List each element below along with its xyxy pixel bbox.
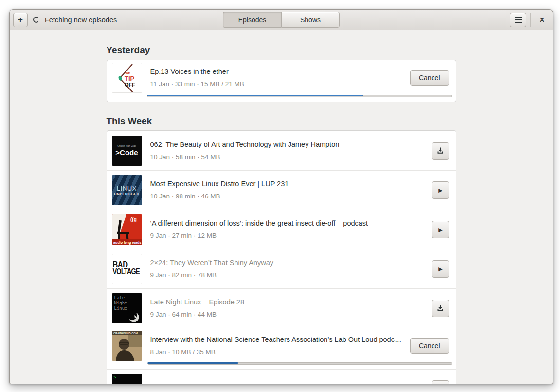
episode-info: ‘A different dimension of loss’: inside … (150, 218, 432, 241)
episode-title: Most Expensive Linux Distro Ever | LUP 2… (150, 179, 432, 189)
play-button[interactable]: ▶ (432, 181, 449, 199)
bottom-resize-edge (10, 384, 553, 384)
podcast-art-late-night-linux: LateNightLinux (112, 293, 142, 323)
episode-meta: 10 Jan · 98 min · 46 MB (150, 192, 432, 201)
header-status-text: Fetching new episodes (45, 16, 117, 24)
episodes-view: Yesterday THE TIP OFF Ep.13 Voices in th… (10, 30, 553, 384)
podcast-art-craphound: CRAPHOUND.COM (112, 331, 142, 361)
close-button[interactable]: ✕ (535, 13, 549, 27)
download-button[interactable] (432, 300, 449, 317)
podcast-art-the-tip-off: THE TIP OFF (112, 63, 142, 93)
episode-row[interactable]: > JB! kip Bot or Not (107, 369, 456, 384)
headerbar-right: ✕ (510, 13, 549, 27)
view-switcher: Episodes Shows (223, 12, 340, 28)
podcasts-window: + Fetching new episodes Episodes Shows ✕ (9, 9, 553, 384)
play-icon: ▶ (438, 227, 442, 233)
download-progressbar (147, 95, 452, 97)
episode-title: Ep.13 Voices in the ether (150, 67, 410, 76)
episode-info: Interview with the National Science Teac… (150, 335, 410, 357)
podcast-art-greater-than-code: Greater Than Code>Code (112, 136, 142, 166)
episode-info: 062: The Beauty of Art and Technology wi… (150, 140, 432, 162)
episode-row[interactable]: CRAPHOUND.COM Interview with the Nationa… (107, 328, 456, 369)
episode-title: Interview with the National Science Teac… (150, 335, 410, 344)
episode-info: Ep.13 Voices in the ether11 Jan · 33 min… (150, 67, 410, 89)
episode-meta: 11 Jan · 33 min · 15 MB / 21 MB (150, 79, 410, 89)
episode-row[interactable]: Greater Than Code>Code 062: The Beauty o… (107, 131, 456, 170)
download-button[interactable] (432, 142, 449, 160)
episode-title: 2×24: They Weren’t That Shiny Anyway (150, 258, 432, 267)
episode-card: THE TIP OFF Ep.13 Voices in the ether11 … (107, 60, 456, 102)
tab-shows[interactable]: Shows (281, 12, 340, 28)
loading-spinner-icon (33, 17, 39, 23)
episode-row[interactable]: LateNightLinux Late Night Linux – Episod… (107, 288, 456, 328)
episode-row[interactable]: LINUXUNPLUGGED Most Expensive Linux Dist… (107, 170, 456, 210)
hamburger-icon (515, 17, 522, 23)
svg-text:((g: ((g (130, 217, 137, 222)
episode-info: 2×24: They Weren’t That Shiny Anyway9 Ja… (150, 258, 432, 280)
episode-title: Late Night Linux – Episode 28 (150, 297, 432, 307)
desktop: + Fetching new episodes Episodes Shows ✕ (0, 0, 560, 392)
podcast-art-bot-or-not: > JB! kip (112, 374, 142, 384)
play-button[interactable]: ▶ (432, 221, 449, 238)
download-progressbar (147, 362, 452, 365)
podcast-art-audio-long-reads: ((g audio long reads (112, 214, 142, 245)
episode-meta: 9 Jan · 64 min · 44 MB (150, 310, 432, 320)
episode-title: 062: The Beauty of Art and Technology wi… (150, 140, 432, 149)
episode-info: Most Expensive Linux Distro Ever | LUP 2… (150, 179, 432, 201)
episode-row[interactable]: THE TIP OFF Ep.13 Voices in the ether11 … (107, 60, 456, 102)
svg-text:OFF: OFF (125, 82, 135, 88)
episode-card: Greater Than Code>Code 062: The Beauty o… (107, 130, 456, 384)
section-title: This Week (107, 115, 456, 127)
episode-meta: 8 Jan · 10 MB / 35 MB (150, 347, 410, 357)
episode-meta: 10 Jan · 58 min · 54 MB (150, 152, 432, 162)
podcast-art-bad-voltage: BADVOLTAGE (112, 254, 142, 284)
episode-row[interactable]: ((g audio long reads ‘A different dimens… (107, 210, 456, 249)
cancel-button[interactable]: Cancel (410, 70, 449, 86)
episode-row[interactable]: BADVOLTAGE 2×24: They Weren’t That Shiny… (107, 249, 456, 288)
section-title: Yesterday (107, 44, 456, 56)
episode-info: Late Night Linux – Episode 289 Jan · 64 … (150, 297, 432, 320)
svg-text:audio long reads: audio long reads (113, 240, 142, 245)
episode-title: ‘A different dimension of loss’: inside … (150, 218, 432, 228)
svg-text:TIP: TIP (125, 75, 135, 82)
menu-button[interactable] (510, 13, 526, 27)
tab-episodes[interactable]: Episodes (223, 12, 281, 28)
plus-icon: + (18, 16, 23, 24)
episode-meta: 9 Jan · 27 min · 12 MB (150, 231, 432, 241)
play-icon: ▶ (438, 187, 442, 194)
svg-text:CRAPHOUND.COM: CRAPHOUND.COM (113, 332, 138, 335)
headerbar-separator (530, 13, 531, 27)
play-button[interactable]: ▶ (432, 260, 449, 278)
cancel-button[interactable]: Cancel (410, 338, 449, 354)
headerbar: + Fetching new episodes Episodes Shows ✕ (10, 10, 553, 30)
close-icon: ✕ (539, 16, 545, 23)
podcast-art-linux-unplugged: LINUXUNPLUGGED (112, 175, 142, 205)
download-icon (436, 147, 444, 155)
download-icon (436, 304, 444, 312)
add-podcast-button[interactable]: + (13, 13, 28, 27)
play-icon: ▶ (438, 266, 442, 272)
episode-meta: 9 Jan · 82 min · 78 MB (150, 270, 432, 280)
episode-sections: Yesterday THE TIP OFF Ep.13 Voices in th… (107, 44, 456, 384)
